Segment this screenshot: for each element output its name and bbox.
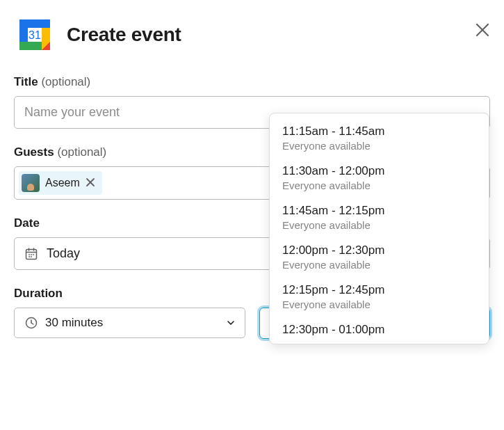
time-option[interactable]: 11:45am - 12:15pm Everyone available [270,198,489,238]
title-label: Title (optional) [14,75,490,89]
title-optional-text: (optional) [41,75,90,88]
close-icon [86,177,95,187]
time-option[interactable]: 11:30am - 12:00pm Everyone available [270,159,489,198]
duration-value: 30 minutes [45,316,222,330]
duration-section: Duration 30 minutes [14,287,245,339]
clock-icon [24,316,38,330]
svg-text:31: 31 [29,29,41,41]
remove-guest-button[interactable] [84,176,97,191]
svg-point-19 [29,256,30,257]
time-option-range: 11:45am - 12:15pm [282,204,476,218]
time-option-availability: Everyone available [282,259,476,271]
date-value: Today [47,246,80,261]
guest-chip-name: Aseem [45,177,80,189]
svg-point-20 [31,256,32,257]
google-calendar-icon: 31 [14,14,56,56]
svg-rect-4 [19,19,50,28]
time-option-availability: Everyone available [282,180,476,191]
time-option-availability: Everyone available [282,140,476,152]
guest-chip: Aseem [19,171,102,195]
time-options-dropdown: 11:15am - 11:45am Everyone available 11:… [269,113,489,344]
time-option[interactable]: 11:15am - 11:45am Everyone available [270,119,489,159]
svg-point-18 [33,254,34,255]
time-option-availability: Everyone available [282,298,476,310]
duration-label: Duration [14,287,245,301]
title-label-text: Title [14,75,38,88]
time-option-range: 11:15am - 11:45am [282,125,476,138]
dialog-title: Create event [67,24,181,46]
svg-point-16 [29,254,30,255]
close-icon [475,22,490,38]
dialog-header: 31 Create event [14,14,490,56]
time-option[interactable]: 12:30pm - 01:00pm [270,317,489,337]
time-option-availability: Everyone available [282,219,476,231]
time-option-range: 12:30pm - 01:00pm [282,323,476,337]
duration-select[interactable]: 30 minutes [14,308,245,338]
avatar [22,174,40,192]
time-option[interactable]: 12:00pm - 12:30pm Everyone available [270,238,489,278]
calendar-icon [24,247,38,261]
svg-point-17 [31,254,32,255]
time-option-range: 11:30am - 12:00pm [282,164,476,178]
svg-line-23 [31,323,33,324]
guests-label-text: Guests [14,145,54,159]
guests-optional-text: (optional) [57,145,106,159]
time-option-range: 12:15pm - 12:45pm [282,283,476,297]
close-button[interactable] [475,22,490,40]
chevron-down-icon [227,319,235,327]
time-option[interactable]: 12:15pm - 12:45pm Everyone available [270,278,489,317]
time-option-range: 12:00pm - 12:30pm [282,244,476,257]
